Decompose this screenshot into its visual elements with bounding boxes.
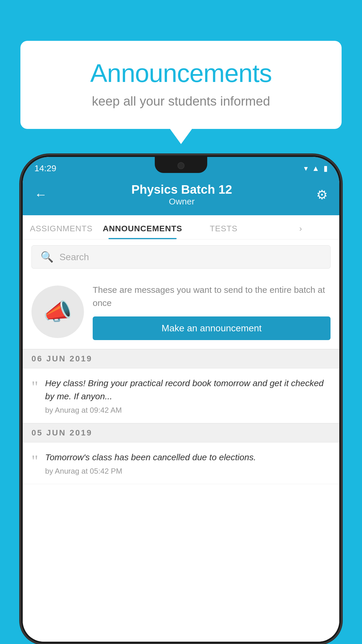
- tab-bar: ASSIGNMENTS ANNOUNCEMENTS TESTS ›: [23, 215, 339, 239]
- announcement-item-1[interactable]: " Hey class! Bring your practical record…: [23, 368, 339, 423]
- speech-bubble-container: Announcements keep all your students inf…: [20, 41, 342, 129]
- header-center: Physics Batch 12 Owner: [131, 183, 232, 206]
- announcement-item-2[interactable]: " Tomorrow's class has been cancelled du…: [23, 442, 339, 484]
- announcement-author-1: by Anurag at 09:42 AM: [45, 406, 331, 415]
- phone-screen: 14:29 ▾ ▲ ▮ ← Physics Batch 12 Owner ⚙ A…: [23, 157, 339, 642]
- tab-assignments[interactable]: ASSIGNMENTS: [23, 215, 100, 239]
- tab-tests[interactable]: TESTS: [185, 215, 262, 239]
- phone-camera: [178, 162, 184, 169]
- tab-announcements[interactable]: ANNOUNCEMENTS: [100, 215, 185, 239]
- date-separator-2: 05 JUN 2019: [23, 423, 339, 442]
- announcement-right: These are messages you want to send to t…: [93, 283, 331, 340]
- batch-title: Physics Batch 12: [131, 183, 232, 197]
- status-icons: ▾ ▲ ▮: [304, 164, 328, 173]
- back-button[interactable]: ←: [34, 187, 47, 202]
- announcement-text-2: Tomorrow's class has been cancelled due …: [45, 451, 331, 476]
- announcement-author-2: by Anurag at 05:42 PM: [45, 467, 331, 476]
- quote-icon-2: ": [31, 453, 38, 469]
- bubble-title: Announcements: [44, 58, 318, 88]
- date-label-1: 06 JUN 2019: [31, 354, 92, 363]
- date-separator-1: 06 JUN 2019: [23, 349, 339, 368]
- announcement-intro: 📣 These are messages you want to send to…: [23, 274, 339, 349]
- phone-content: 🔍 Search 📣 These are messages you want t…: [23, 239, 339, 642]
- date-label-2: 05 JUN 2019: [31, 428, 92, 437]
- quote-icon-1: ": [31, 379, 38, 395]
- announcement-message-2: Tomorrow's class has been cancelled due …: [45, 451, 331, 464]
- phone-frame: 14:29 ▾ ▲ ▮ ← Physics Batch 12 Owner ⚙ A…: [20, 155, 342, 644]
- phone-notch: [155, 157, 207, 173]
- batch-role: Owner: [131, 197, 232, 206]
- search-placeholder: Search: [59, 252, 89, 262]
- status-time: 14:29: [34, 163, 56, 173]
- make-announcement-button[interactable]: Make an announcement: [93, 316, 331, 340]
- announcement-icon-circle: 📣: [31, 286, 84, 338]
- announcement-description: These are messages you want to send to t…: [93, 283, 331, 309]
- announcement-text-1: Hey class! Bring your practical record b…: [45, 377, 331, 415]
- wifi-icon: ▾: [304, 164, 308, 173]
- app-header: ← Physics Batch 12 Owner ⚙: [23, 177, 339, 215]
- tab-more[interactable]: ›: [262, 215, 339, 239]
- battery-icon: ▮: [324, 164, 328, 173]
- signal-icon: ▲: [312, 164, 319, 173]
- speech-bubble: Announcements keep all your students inf…: [20, 41, 342, 129]
- search-bar-container: 🔍 Search: [23, 239, 339, 274]
- megaphone-icon: 📣: [43, 298, 72, 326]
- search-icon: 🔍: [41, 251, 54, 263]
- bubble-subtitle: keep all your students informed: [44, 94, 318, 108]
- search-input[interactable]: 🔍 Search: [31, 245, 331, 269]
- settings-icon[interactable]: ⚙: [316, 187, 328, 202]
- announcement-message-1: Hey class! Bring your practical record b…: [45, 377, 331, 403]
